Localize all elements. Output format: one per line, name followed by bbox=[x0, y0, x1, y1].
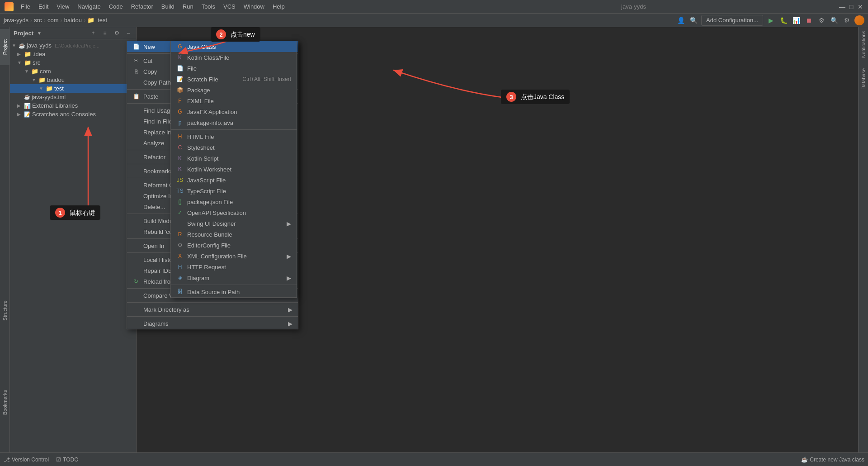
tree-item-root[interactable]: ▼ ☕ java-yyds E:\Code\IdeaProje... bbox=[10, 41, 136, 50]
structure-tab[interactable]: Structure bbox=[2, 300, 8, 322]
tree-item-ext-libs[interactable]: ▶ 📊 External Libraries bbox=[10, 101, 136, 110]
submenu-item-package-info[interactable]: p package-info.java bbox=[171, 117, 297, 128]
todo-status[interactable]: ☑ TODO bbox=[56, 456, 78, 463]
project-dropdown-arrow[interactable]: ▼ bbox=[37, 31, 42, 36]
menu-help[interactable]: Help bbox=[269, 2, 288, 11]
project-settings-btn[interactable]: ⚙ bbox=[113, 29, 121, 37]
tree-item-iml[interactable]: ☕ java-yyds.iml bbox=[10, 93, 136, 101]
version-control-status[interactable]: ⎇ Version Control bbox=[4, 456, 49, 463]
menu-window[interactable]: Window bbox=[240, 2, 268, 11]
menu-refactor[interactable]: Refactor bbox=[127, 2, 157, 11]
tree-item-ext-libs-label: External Libraries bbox=[32, 102, 78, 109]
database-tab-label: Database bbox=[861, 68, 866, 90]
submenu-item-stylesheet[interactable]: C Stylesheet bbox=[171, 142, 297, 153]
submenu-item-kotlin-script[interactable]: K Kotlin Script bbox=[171, 153, 297, 164]
search-button[interactable]: 🔍 bbox=[689, 15, 698, 25]
submenu-item-scratch[interactable]: 📝 Scratch File Ctrl+Alt+Shift+Insert bbox=[171, 74, 297, 85]
menu-navigate[interactable]: Navigate bbox=[74, 2, 104, 11]
left-vertical-tabs: Project Structure Bookmarks bbox=[0, 27, 10, 452]
submenu-item-package[interactable]: 📦 Package bbox=[171, 85, 297, 95]
breadcrumb-test[interactable]: test bbox=[98, 17, 107, 24]
submenu-item-editorconfig[interactable]: ⚙ EditorConfig File bbox=[171, 240, 297, 251]
breadcrumb-baidou[interactable]: baidou bbox=[64, 17, 82, 24]
tree-item-com[interactable]: ▼ 📁 com bbox=[10, 67, 136, 76]
create-new-java-status[interactable]: ☕ Create new Java class bbox=[801, 456, 864, 463]
local-history-icon bbox=[132, 256, 140, 263]
tree-item-scratches[interactable]: ▶ 📝 Scratches and Consoles bbox=[10, 110, 136, 119]
debug-button[interactable]: 🐛 bbox=[778, 15, 788, 25]
submenu-item-openapi[interactable]: ✓ OpenAPI Specification bbox=[171, 207, 297, 218]
ctx-cut-label: Cut bbox=[143, 57, 152, 64]
project-layout-btn[interactable]: ≡ bbox=[101, 29, 109, 37]
add-configuration-button[interactable]: Add Configuration... bbox=[701, 15, 763, 26]
submenu-item-kotlin-worksheet[interactable]: K Kotlin Worksheet bbox=[171, 164, 297, 175]
project-minimize-btn[interactable]: – bbox=[124, 29, 132, 37]
menu-build[interactable]: Build bbox=[158, 2, 178, 11]
ctx-item-mark-dir[interactable]: Mark Directory as ▶ bbox=[127, 304, 298, 315]
database-tab[interactable]: Database bbox=[861, 68, 866, 91]
breadcrumb-src[interactable]: src bbox=[34, 17, 42, 24]
submenu-item-package-json[interactable]: {} package.json File bbox=[171, 196, 297, 207]
more-options-button[interactable]: ⚙ bbox=[816, 15, 826, 25]
project-tree: ▼ ☕ java-yyds E:\Code\IdeaProje... ▶ 📁 .… bbox=[10, 39, 136, 452]
profile-button[interactable]: 📊 bbox=[791, 15, 801, 25]
tree-item-test[interactable]: ▼ 📁 test bbox=[10, 84, 136, 93]
breadcrumb-project[interactable]: java-yyds bbox=[4, 17, 28, 24]
submenu-item-swing[interactable]: Swing UI Designer ▶ bbox=[171, 218, 297, 229]
run-button[interactable]: ▶ bbox=[766, 15, 776, 25]
bookmarks-tab[interactable]: Bookmarks bbox=[2, 390, 8, 416]
submenu-item-javafx[interactable]: G JavaFX Application bbox=[171, 106, 297, 117]
submenu-item-resource-bundle[interactable]: R Resource Bundle bbox=[171, 229, 297, 240]
project-new-folder-btn[interactable]: + bbox=[89, 29, 97, 37]
tree-item-baidou[interactable]: ▼ 📁 baidou bbox=[10, 76, 136, 84]
tree-item-com-label: com bbox=[40, 68, 51, 75]
xml-config-icon: X bbox=[176, 252, 184, 260]
menu-view[interactable]: View bbox=[53, 2, 73, 11]
submenu-item-http-request[interactable]: H HTTP Request bbox=[171, 262, 297, 272]
stop-button[interactable]: ⏹ bbox=[804, 15, 814, 25]
close-button[interactable]: ✕ bbox=[857, 4, 863, 10]
search-everywhere-button[interactable]: 🔍 bbox=[829, 15, 839, 25]
annotation-2: 2 点击new bbox=[211, 27, 260, 42]
menu-vcs[interactable]: VCS bbox=[220, 2, 239, 11]
submenu-item-java-class[interactable]: G Java Class bbox=[171, 41, 297, 52]
menu-file[interactable]: File bbox=[17, 2, 34, 11]
ctx-item-diagrams[interactable]: Diagrams ▶ bbox=[127, 318, 298, 329]
submenu-item-fxml[interactable]: F FXML File bbox=[171, 95, 297, 106]
app-logo bbox=[5, 2, 14, 11]
submenu-kotlin-worksheet-label: Kotlin Worksheet bbox=[187, 166, 231, 173]
submenu-item-datasource[interactable]: 🗄 Data Source in Path bbox=[171, 286, 297, 297]
submenu-item-javascript[interactable]: JS JavaScript File bbox=[171, 175, 297, 185]
maximize-button[interactable]: □ bbox=[848, 4, 854, 10]
submenu-item-html[interactable]: H HTML File bbox=[171, 131, 297, 142]
notifications-tab[interactable]: Notifications bbox=[861, 31, 866, 59]
submenu-item-xml-config[interactable]: X XML Configuration File ▶ bbox=[171, 251, 297, 262]
ctx-refactor-label: Refactor bbox=[143, 154, 165, 161]
project-title: Project bbox=[14, 30, 33, 37]
menu-code[interactable]: Code bbox=[105, 2, 127, 11]
submenu-item-file[interactable]: 📄 File bbox=[171, 63, 297, 74]
diagrams-icon bbox=[132, 320, 140, 327]
settings-button[interactable]: ⚙ bbox=[842, 15, 852, 25]
annotation-text-2: 点击new bbox=[231, 31, 255, 38]
submenu-item-diagram[interactable]: ◈ Diagram ▶ bbox=[171, 272, 297, 283]
breadcrumb-com[interactable]: com bbox=[47, 17, 59, 24]
datasource-icon: 🗄 bbox=[176, 288, 184, 295]
submenu-item-kotlin-class[interactable]: K Kotlin Class/File bbox=[171, 52, 297, 63]
menu-edit[interactable]: Edit bbox=[35, 2, 52, 11]
submenu-diagram-label: Diagram bbox=[187, 275, 209, 281]
menu-bar: File Edit View Navigate Code Refactor Bu… bbox=[17, 2, 428, 11]
kotlin-script-icon: K bbox=[176, 155, 184, 162]
tree-item-idea[interactable]: ▶ 📁 .idea bbox=[10, 50, 136, 58]
build-module-icon bbox=[132, 217, 140, 224]
menu-run[interactable]: Run bbox=[179, 2, 197, 11]
vcs-button[interactable]: 👤 bbox=[676, 15, 686, 25]
idea-folder-icon: 📁 bbox=[24, 51, 31, 57]
submenu-item-typescript[interactable]: TS TypeScript File bbox=[171, 185, 297, 196]
menu-tools[interactable]: Tools bbox=[198, 2, 219, 11]
ctx-new-label: New bbox=[143, 43, 155, 50]
copy-path-icon bbox=[132, 79, 140, 86]
tree-item-src[interactable]: ▼ 📁 src bbox=[10, 58, 136, 67]
project-tab-label[interactable]: Project bbox=[2, 39, 8, 55]
minimize-button[interactable]: — bbox=[839, 4, 845, 10]
